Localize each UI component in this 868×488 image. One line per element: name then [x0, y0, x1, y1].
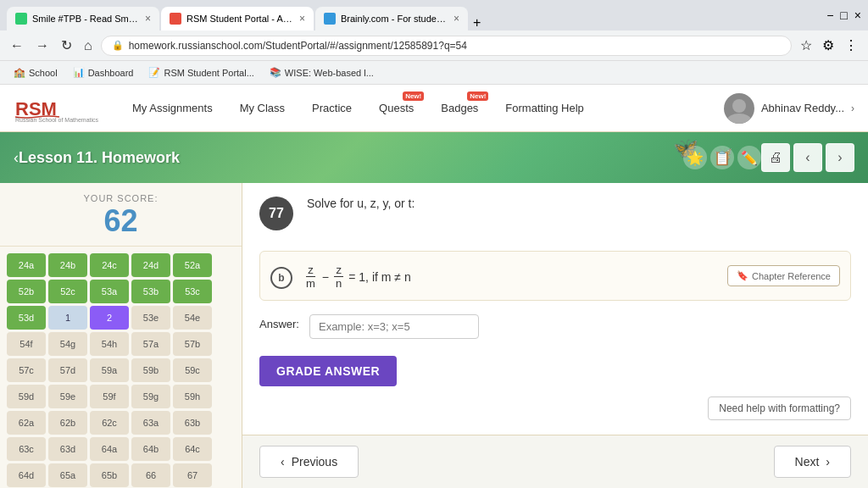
nav-footer: ‹ Previous Next ›	[242, 435, 868, 488]
grid-cell[interactable]: 63c	[7, 437, 46, 461]
grid-cell[interactable]: 54e	[173, 306, 212, 330]
grid-cell[interactable]: 1	[48, 306, 87, 330]
grid-cell[interactable]: 63b	[173, 411, 212, 435]
browser-toolbar: ← → ↻ ⌂ 🔒 homework.russianschool.com/Stu…	[0, 30, 868, 61]
grid-cell[interactable]: 52a	[173, 253, 212, 277]
grid-cell[interactable]: 53d	[7, 306, 46, 330]
grid-cell[interactable]: 59f	[90, 385, 129, 408]
bookmark-school[interactable]: 🏫 School	[7, 65, 64, 80]
answer-input[interactable]	[309, 314, 479, 339]
forward-button[interactable]: →	[32, 35, 53, 57]
grid-cell[interactable]: 24b	[48, 253, 87, 277]
grid-cell[interactable]: 63d	[48, 437, 87, 461]
chapter-reference-button[interactable]: 🔖 Chapter Reference	[727, 265, 840, 286]
lesson-icon-1: 🌟	[683, 146, 707, 169]
tab-1[interactable]: Smile #TPB - Read Smile Issue # ×	[7, 7, 159, 30]
bookmark-wise[interactable]: 📚 WISE: Web-based l...	[263, 65, 381, 80]
address-bar[interactable]: 🔒 homework.russianschool.com/StudentPort…	[101, 36, 792, 56]
grid-cell[interactable]: 24c	[90, 253, 129, 277]
tab-close-3[interactable]: ×	[453, 13, 459, 25]
grid-cell[interactable]: 63a	[131, 411, 170, 435]
previous-button[interactable]: ‹ Previous	[259, 446, 359, 478]
grid-cell[interactable]: 53b	[131, 280, 170, 303]
grid-cell[interactable]: 53a	[90, 280, 129, 303]
grid-cell[interactable]: 2	[90, 306, 129, 330]
grid-cell[interactable]: 59g	[131, 385, 170, 408]
grid-cell[interactable]: 59c	[173, 358, 212, 382]
grid-cell[interactable]: 53c	[173, 280, 212, 303]
grid-cell[interactable]: 53e	[131, 306, 170, 330]
home-button[interactable]: ⌂	[81, 35, 96, 57]
grid-cell[interactable]: 57a	[131, 332, 170, 356]
bookmark-icon: 🔖	[737, 270, 748, 281]
nav-formatting-help[interactable]: Formatting Help	[492, 85, 597, 132]
grid-row: 52b52c53a53b53c	[7, 280, 235, 303]
grid-cell[interactable]: 52c	[48, 280, 87, 303]
grid-cell[interactable]: 59d	[7, 385, 46, 408]
grid-cell[interactable]: 57b	[173, 332, 212, 356]
nav-badges[interactable]: Badges New!	[427, 85, 492, 132]
reload-button[interactable]: ↻	[58, 34, 75, 57]
wise-icon: 📚	[270, 67, 281, 78]
grid-cell[interactable]: 64c	[173, 437, 212, 461]
grid-row: 62a62b62c63a63b	[7, 411, 235, 435]
grade-answer-button[interactable]: GRADE ANSWER	[259, 356, 397, 386]
tab-2[interactable]: RSM Student Portal - Assignmen... ×	[161, 7, 314, 30]
bookmark-button[interactable]: ☆	[797, 34, 815, 57]
formatting-help-button[interactable]: Need help with formatting?	[708, 396, 851, 420]
prev-lesson-button[interactable]: ‹	[793, 143, 822, 172]
next-lesson-button[interactable]: ›	[826, 143, 854, 172]
grid-cell[interactable]: 54h	[90, 332, 129, 356]
score-section: YOUR SCORE: 62	[0, 183, 242, 247]
more-button[interactable]: ⋮	[841, 34, 861, 57]
tab-3[interactable]: Brainly.com - For students. By st... ×	[315, 7, 468, 30]
grid-cell[interactable]: 66	[131, 463, 170, 487]
grid-cell[interactable]: 59a	[90, 358, 129, 382]
main-content: YOUR SCORE: 62 24a24b24c24d52a52b52c53a5…	[0, 183, 868, 488]
bookmark-dashboard[interactable]: 📊 Dashboard	[66, 65, 141, 80]
maximize-button[interactable]: □	[840, 8, 847, 22]
grid-cell[interactable]: 24d	[131, 253, 170, 277]
grid-cell[interactable]: 54g	[48, 332, 87, 356]
next-button[interactable]: Next ›	[774, 446, 851, 478]
badges-new-badge: New!	[467, 92, 488, 101]
grid-cell[interactable]: 62a	[7, 411, 46, 435]
grid-cell[interactable]: 64b	[131, 437, 170, 461]
close-window-button[interactable]: ×	[854, 8, 861, 22]
grid-cell[interactable]: 54f	[7, 332, 46, 356]
minimize-button[interactable]: −	[826, 8, 833, 22]
grid-cell[interactable]: 57d	[48, 358, 87, 382]
problem-area: 77 Solve for u, z, y, or t: b z m	[242, 183, 868, 435]
rsm-logo[interactable]: RSM Russian School of Mathematics	[14, 93, 98, 124]
tab-close-2[interactable]: ×	[299, 13, 305, 25]
grid-cell[interactable]: 65a	[48, 463, 87, 487]
right-panel: 77 Solve for u, z, y, or t: b z m	[242, 183, 868, 488]
nav-my-class[interactable]: My Class	[226, 85, 298, 132]
grid-cell[interactable]: 62c	[90, 411, 129, 435]
grid-cell[interactable]: 62b	[48, 411, 87, 435]
print-button[interactable]: 🖨	[761, 143, 790, 172]
nav-practice[interactable]: Practice	[298, 85, 365, 132]
grid-cell[interactable]: 65b	[90, 463, 129, 487]
new-tab-button[interactable]: +	[470, 15, 484, 30]
grid-cell[interactable]: 24a	[7, 253, 46, 277]
svg-point-2	[732, 99, 746, 113]
nav-my-assignments[interactable]: My Assignments	[119, 85, 226, 132]
grid-cell[interactable]: 52b	[7, 280, 46, 303]
grid-cell[interactable]: 64a	[90, 437, 129, 461]
tab-close-1[interactable]: ×	[145, 13, 151, 25]
grid-cell[interactable]: 64d	[7, 463, 46, 487]
fraction-z-n: z n	[334, 263, 343, 290]
lesson-icon-3: ✏️	[737, 146, 761, 169]
grid-cell[interactable]: 57c	[7, 358, 46, 382]
grid-cell[interactable]: 59h	[173, 385, 212, 408]
grid-cell[interactable]: 59e	[48, 385, 87, 408]
user-area[interactable]: Abhinav Reddy... ›	[724, 93, 854, 124]
nav-quests[interactable]: Quests New!	[365, 85, 427, 132]
extensions-button[interactable]: ⚙	[819, 34, 837, 57]
back-button[interactable]: ←	[7, 35, 27, 57]
problem-instruction: Solve for u, z, y, or t:	[307, 197, 851, 210]
grid-cell[interactable]: 67	[173, 463, 212, 487]
bookmark-rsm[interactable]: 📝 RSM Student Portal...	[142, 65, 260, 80]
grid-cell[interactable]: 59b	[131, 358, 170, 382]
